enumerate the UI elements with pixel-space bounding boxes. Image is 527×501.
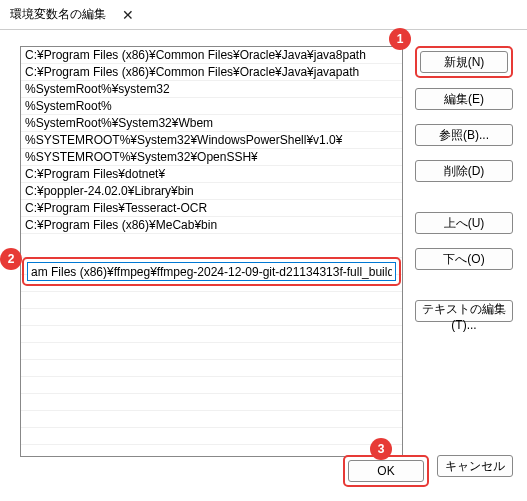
button-column: 新規(N) 編集(E) 参照(B)... 削除(D) 上へ(U) 下へ(O) テ… [415,46,513,457]
highlight-new: 新規(N) [415,46,513,78]
annotation-marker-1: 1 [389,28,411,50]
annotation-marker-2: 2 [0,248,22,270]
edit-text-button[interactable]: テキストの編集(T)... [415,300,513,322]
move-down-button[interactable]: 下へ(O) [415,248,513,270]
cancel-button[interactable]: キャンセル [437,455,513,477]
annotation-marker-3: 3 [370,438,392,460]
list-item[interactable]: %SystemRoot% [21,98,402,115]
list-item[interactable]: C:¥Program Files (x86)¥MeCab¥bin [21,217,402,234]
close-button[interactable]: ✕ [106,0,150,30]
list-item[interactable]: C:¥Program Files (x86)¥Common Files¥Orac… [21,47,402,64]
list-item[interactable] [21,394,402,411]
delete-button[interactable]: 削除(D) [415,160,513,182]
titlebar: 環境変数名の編集 ✕ [0,0,527,30]
browse-button[interactable]: 参照(B)... [415,124,513,146]
list-item[interactable] [21,360,402,377]
list-item[interactable]: %SystemRoot%¥system32 [21,81,402,98]
list-item[interactable]: C:¥Program Files¥Tesseract-OCR [21,200,402,217]
list-item[interactable]: C:¥poppler-24.02.0¥Library¥bin [21,183,402,200]
dialog-footer: OK キャンセル [343,455,513,487]
list-item[interactable]: %SYSTEMROOT%¥System32¥OpenSSH¥ [21,149,402,166]
list-item[interactable] [21,377,402,394]
list-item[interactable] [21,428,402,445]
list-item[interactable] [21,326,402,343]
new-button[interactable]: 新規(N) [420,51,508,73]
list-item[interactable]: C:¥Program Files¥dotnet¥ [21,166,402,183]
window-title: 環境変数名の編集 [10,6,106,23]
edit-button[interactable]: 編集(E) [415,88,513,110]
dialog-content: C:¥Program Files (x86)¥Common Files¥Orac… [20,46,513,457]
edit-input[interactable] [27,262,396,281]
list-item[interactable] [21,234,402,258]
ok-button[interactable]: OK [348,460,424,482]
highlight-edit-row [22,257,401,286]
move-up-button[interactable]: 上へ(U) [415,212,513,234]
list-item[interactable] [21,343,402,360]
list-item[interactable] [21,411,402,428]
close-icon: ✕ [122,7,134,23]
list-item[interactable]: %SystemRoot%¥System32¥Wbem [21,115,402,132]
path-list[interactable]: C:¥Program Files (x86)¥Common Files¥Orac… [20,46,403,457]
list-item[interactable] [21,309,402,326]
list-item[interactable]: C:¥Program Files (x86)¥Common Files¥Orac… [21,64,402,81]
highlight-ok: OK [343,455,429,487]
list-item[interactable]: %SYSTEMROOT%¥System32¥WindowsPowerShell¥… [21,132,402,149]
list-item[interactable] [21,292,402,309]
